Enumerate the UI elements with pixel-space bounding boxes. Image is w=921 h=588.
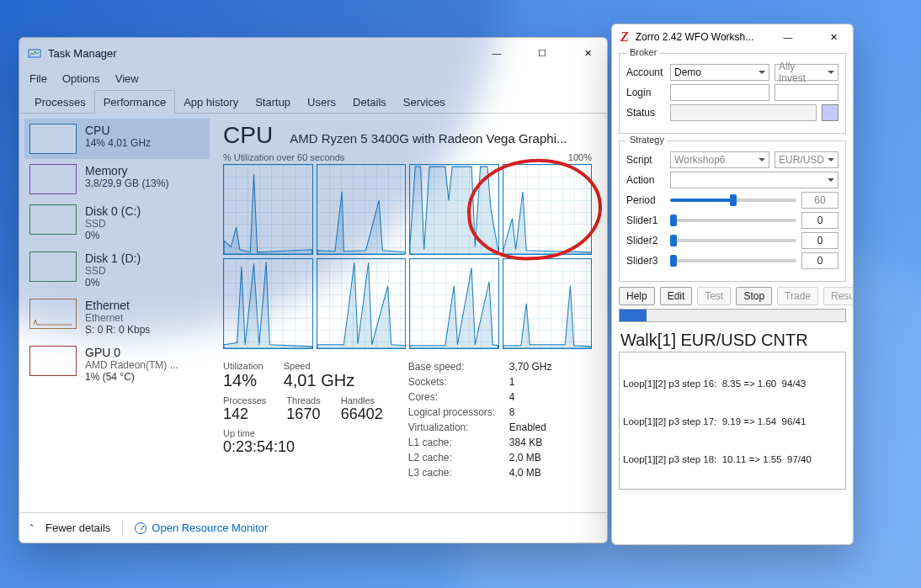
slider3[interactable] <box>670 259 796 262</box>
tm-title: Task Manager <box>48 47 117 60</box>
broker-group-label: Broker <box>626 47 660 57</box>
zr-close-button[interactable]: ✕ <box>814 24 853 50</box>
tm-detail: CPU AMD Ryzen 5 3400G with Radeon Vega G… <box>215 114 607 512</box>
open-resource-monitor-link[interactable]: Open Resource Monitor <box>135 522 268 534</box>
zr-titlebar[interactable]: Z Zorro 2.42 WFO Worksh... — ✕ <box>612 24 853 50</box>
sidebar-eth-sub2: S: 0 R: 0 Kbps <box>85 324 150 336</box>
lbl-uptime: Up time <box>223 428 383 438</box>
trade-button[interactable]: Trade <box>777 287 818 305</box>
graph-caption-right: 100% <box>568 152 592 162</box>
lbl-processes: Processes <box>223 395 266 405</box>
sidebar-gpu-sub: AMD Radeon(TM) ... <box>85 359 178 371</box>
tab-users[interactable]: Users <box>299 91 344 113</box>
log-line: Loop[1][2] p3 step 16: 8.35 => 1.60 94/4… <box>620 378 845 390</box>
v-cores: 4 <box>509 391 577 403</box>
val-threads: 1670 <box>286 405 320 423</box>
tab-services[interactable]: Services <box>395 91 454 113</box>
sidebar-disk0-title: Disk 0 (C:) <box>85 204 141 218</box>
slider3-value[interactable]: 0 <box>801 252 838 269</box>
sidebar-disk0-sub: SSD <box>85 218 141 230</box>
status-color-icon <box>822 104 838 121</box>
period-value[interactable]: 60 <box>801 192 838 209</box>
core-graph-6 <box>409 258 499 349</box>
k-l2: L2 cache: <box>408 452 509 464</box>
k-l1: L1 cache: <box>408 437 509 448</box>
zorro-log[interactable]: Loop[1][2] p3 step 16: 8.35 => 1.60 94/4… <box>619 352 846 490</box>
result-button[interactable]: Result <box>823 287 854 305</box>
val-utilization: 14% <box>223 371 264 390</box>
menu-view[interactable]: View <box>115 72 139 85</box>
lbl-speed: Speed <box>284 361 354 371</box>
slider2[interactable] <box>670 239 796 242</box>
menu-options[interactable]: Options <box>62 72 100 85</box>
v-lproc: 8 <box>509 406 577 418</box>
val-processes: 142 <box>223 405 266 423</box>
tm-titlebar[interactable]: Task Manager — ☐ ✕ <box>19 38 607 68</box>
period-slider[interactable] <box>670 199 796 202</box>
sidebar-item-ethernet[interactable]: Ethernet Ethernet S: 0 R: 0 Kbps <box>24 294 210 341</box>
broker-group: Broker Account Demo Ally Invest Login St… <box>619 53 846 134</box>
sidebar-disk1-sub: SSD <box>85 265 141 277</box>
stop-button[interactable]: Stop <box>736 287 772 305</box>
tab-startup[interactable]: Startup <box>247 91 299 113</box>
minimize-button[interactable]: — <box>477 40 516 66</box>
k-sockets: Sockets: <box>408 376 509 388</box>
sidebar-eth-sub: Ethernet <box>85 312 150 324</box>
v-l1: 384 KB <box>509 437 577 448</box>
action-combo[interactable] <box>670 172 838 188</box>
lbl-handles: Handles <box>341 395 383 405</box>
broker-combo[interactable]: Ally Invest <box>775 64 838 81</box>
disk0-thumb-icon <box>29 204 77 235</box>
resource-monitor-icon <box>135 522 146 534</box>
sidebar-item-disk0[interactable]: Disk 0 (C:) SSD 0% <box>24 199 210 246</box>
edit-button[interactable]: Edit <box>660 287 693 305</box>
close-button[interactable]: ✕ <box>568 40 607 66</box>
login-user-input[interactable] <box>670 84 769 101</box>
detail-title: CPU <box>223 122 273 149</box>
fewer-details-link[interactable]: Fewer details <box>45 522 110 534</box>
asset-combo[interactable]: EUR/USD <box>775 151 838 168</box>
k-cores: Cores: <box>408 391 509 403</box>
strategy-group-label: Strategy <box>626 135 668 145</box>
sidebar-item-cpu[interactable]: CPU 14% 4,01 GHz <box>24 119 210 159</box>
sidebar-item-disk1[interactable]: Disk 1 (D:) SSD 0% <box>24 246 210 294</box>
zorro-window: Z Zorro 2.42 WFO Worksh... — ✕ Broker Ac… <box>611 24 854 545</box>
lbl-slider3: Slider3 <box>626 255 665 267</box>
test-button[interactable]: Test <box>697 287 731 305</box>
sidebar-mem-sub: 3,8/29,9 GB (13%) <box>85 177 168 189</box>
sidebar-mem-title: Memory <box>85 164 168 177</box>
maximize-button[interactable]: ☐ <box>523 40 562 66</box>
val-speed: 4,01 GHz <box>284 371 354 390</box>
slider1[interactable] <box>670 219 796 222</box>
task-manager-window: Task Manager — ☐ ✕ File Options View Pro… <box>19 37 608 543</box>
log-line: Loop[1][2] p3 step 18: 10.11 => 1.55 97/… <box>620 453 845 466</box>
sidebar-cpu-title: CPU <box>85 124 151 137</box>
menu-file[interactable]: File <box>29 72 47 85</box>
v-l2: 2,0 MB <box>509 452 577 464</box>
slider2-value[interactable]: 0 <box>801 232 838 249</box>
script-combo[interactable]: Workshop6 <box>670 151 769 168</box>
zr-minimize-button[interactable]: — <box>769 24 807 50</box>
tab-details[interactable]: Details <box>344 91 395 113</box>
slider1-value[interactable]: 0 <box>801 212 838 229</box>
memory-thumb-icon <box>29 164 77 194</box>
k-l3: L3 cache: <box>408 467 509 479</box>
sidebar-item-memory[interactable]: Memory 3,8/29,9 GB (13%) <box>24 159 210 199</box>
help-button[interactable]: Help <box>619 287 655 305</box>
sidebar-item-gpu[interactable]: GPU 0 AMD Radeon(TM) ... 1% (54 °C) <box>24 341 210 388</box>
tab-app-history[interactable]: App history <box>175 91 247 113</box>
sidebar-disk1-sub2: 0% <box>85 277 141 289</box>
lbl-slider1: Slider1 <box>626 215 665 226</box>
tab-performance[interactable]: Performance <box>94 90 175 114</box>
val-handles: 66402 <box>341 405 383 423</box>
cpu-info-table: Base speed:3,70 GHz Sockets:1 Cores:4 Lo… <box>408 361 577 479</box>
tab-processes[interactable]: Processes <box>26 91 94 113</box>
lbl-status: Status <box>626 107 665 119</box>
sidebar-gpu-sub2: 1% (54 °C) <box>85 371 178 383</box>
k-base-speed: Base speed: <box>408 361 509 373</box>
account-combo[interactable]: Demo <box>670 64 769 81</box>
val-uptime: 0:23:54:10 <box>223 438 383 456</box>
asset-combo-value: EUR/USD <box>779 154 824 166</box>
core-graph-2 <box>409 164 499 255</box>
login-pass-input[interactable] <box>775 84 838 101</box>
